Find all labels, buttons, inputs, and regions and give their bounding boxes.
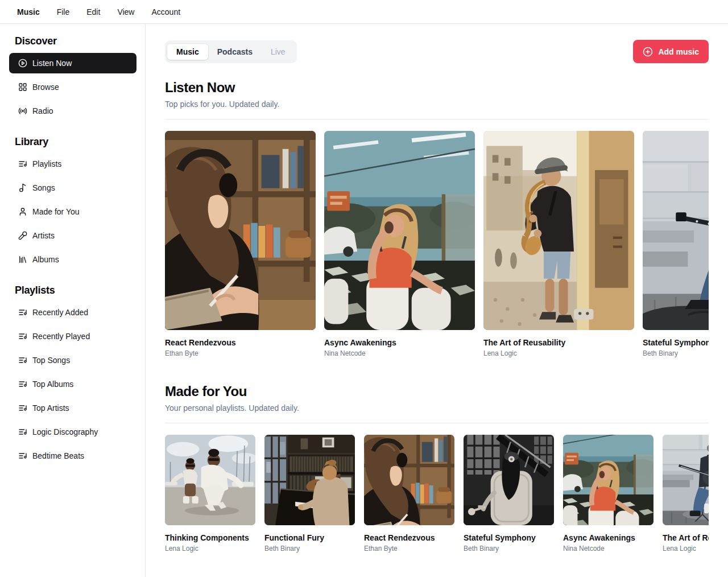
mic-icon xyxy=(18,231,27,240)
album-art xyxy=(483,131,634,330)
sidebar-item-label: Made for You xyxy=(32,207,80,216)
user-icon xyxy=(18,207,27,216)
section-title: Made for You xyxy=(165,383,709,400)
album-card-art-of-reusability[interactable]: The Art of Reusability Lena Logic xyxy=(483,131,634,358)
album-title: Async Awakenings xyxy=(324,337,475,348)
album-card-stateful-symphony[interactable]: Stateful Symphony Beth Binary xyxy=(643,131,709,358)
sidebar-item-bedtime-beats[interactable]: Bedtime Beats xyxy=(9,446,136,466)
menu-music[interactable]: Music xyxy=(10,5,47,19)
album-card-functional-fury[interactable]: Functional Fury Beth Binary xyxy=(264,435,355,553)
plus-circle-icon xyxy=(643,47,653,57)
list-music-icon xyxy=(18,332,27,341)
sidebar-item-label: Songs xyxy=(32,183,55,192)
sidebar-item-artists[interactable]: Artists xyxy=(9,225,136,246)
sidebar-item-label: Recently Played xyxy=(32,332,90,341)
sidebar-item-recently-added[interactable]: Recently Added xyxy=(9,302,136,323)
sidebar-item-label: Playlists xyxy=(32,159,61,168)
sidebar-item-browse[interactable]: Browse xyxy=(9,77,136,97)
grid-icon xyxy=(18,83,27,92)
sidebar-item-top-albums[interactable]: Top Albums xyxy=(9,374,136,394)
sidebar-section-title: Discover xyxy=(15,35,136,47)
album-art xyxy=(563,435,653,525)
list-music-icon xyxy=(18,380,27,389)
sidebar-item-top-songs[interactable]: Top Songs xyxy=(9,350,136,370)
sidebar-section-title: Library xyxy=(15,136,136,148)
list-music-icon xyxy=(18,427,27,436)
sidebar-item-top-artists[interactable]: Top Artists xyxy=(9,398,136,418)
album-artist: Beth Binary xyxy=(643,349,709,358)
add-music-label: Add music xyxy=(658,47,699,56)
made-for-you-section-header: Made for You Your personal playlists. Up… xyxy=(165,383,709,414)
sidebar-item-albums[interactable]: Albums xyxy=(9,249,136,270)
menu-view[interactable]: View xyxy=(110,5,141,19)
sidebar-item-made-for-you[interactable]: Made for You xyxy=(9,201,136,222)
sidebar-item-label: Artists xyxy=(32,231,55,240)
topbar: Music Podcasts Live Add music xyxy=(165,40,709,63)
separator xyxy=(165,423,709,423)
sidebar-item-label: Top Artists xyxy=(32,403,69,413)
music-note-icon xyxy=(18,183,27,192)
menu-account[interactable]: Account xyxy=(144,5,187,19)
sidebar: Discover Listen Now Browse Radio Library xyxy=(0,24,146,577)
album-artist: Nina Netcode xyxy=(324,349,475,358)
album-art xyxy=(364,435,454,525)
section-title: Listen Now xyxy=(165,79,709,96)
album-artist: Ethan Byte xyxy=(364,545,454,553)
album-title: React Rendezvous xyxy=(165,337,316,348)
tab-podcasts[interactable]: Podcasts xyxy=(208,44,262,60)
sidebar-item-playlists[interactable]: Playlists xyxy=(9,154,136,174)
media-type-tabs: Music Podcasts Live xyxy=(165,40,297,63)
album-card-react-rendezvous[interactable]: React Rendezvous Ethan Byte xyxy=(165,131,316,358)
list-music-icon xyxy=(18,159,27,168)
album-title: Functional Fury xyxy=(264,533,355,543)
album-art xyxy=(643,131,709,330)
list-music-icon xyxy=(18,451,27,460)
sidebar-item-radio[interactable]: Radio xyxy=(9,101,136,121)
album-artist: Beth Binary xyxy=(464,545,554,553)
sidebar-section-playlists: Playlists Recently Added Recently Played… xyxy=(9,285,136,466)
section-subtitle: Your personal playlists. Updated daily. xyxy=(165,402,709,414)
album-artist: Beth Binary xyxy=(264,545,355,553)
sidebar-item-label: Radio xyxy=(32,106,53,116)
album-card-async-awakenings-2[interactable]: Async Awakenings Nina Netcode xyxy=(563,435,653,553)
album-card-react-rendezvous-2[interactable]: React Rendezvous Ethan Byte xyxy=(364,435,454,553)
add-music-button[interactable]: Add music xyxy=(633,40,709,63)
album-card-thinking-components[interactable]: Thinking Components Lena Logic xyxy=(165,435,255,553)
album-art xyxy=(165,131,316,330)
radio-icon xyxy=(18,106,27,116)
album-card-art-of-reusability-2[interactable]: The Art of Reusability Lena Logic xyxy=(663,435,709,553)
sidebar-item-label: Browse xyxy=(32,83,59,92)
album-artist: Lena Logic xyxy=(483,349,634,358)
sidebar-section-discover: Discover Listen Now Browse Radio xyxy=(9,35,136,121)
sidebar-item-songs[interactable]: Songs xyxy=(9,178,136,198)
sidebar-section-library: Library Playlists Songs Made for You Art… xyxy=(9,136,136,270)
tab-music[interactable]: Music xyxy=(167,44,208,60)
album-art xyxy=(464,435,554,525)
album-title: Async Awakenings xyxy=(563,533,653,543)
album-card-async-awakenings[interactable]: Async Awakenings Nina Netcode xyxy=(324,131,475,358)
sidebar-item-label: Bedtime Beats xyxy=(32,451,84,460)
album-artist: Lena Logic xyxy=(663,545,709,553)
library-icon xyxy=(18,255,27,264)
menu-file[interactable]: File xyxy=(50,5,77,19)
sidebar-item-listen-now[interactable]: Listen Now xyxy=(9,53,136,73)
album-artist: Lena Logic xyxy=(165,545,255,553)
album-art xyxy=(165,435,255,525)
listen-now-row: React Rendezvous Ethan Byte Async Awaken… xyxy=(165,131,709,358)
menu-edit[interactable]: Edit xyxy=(80,5,107,19)
album-title: The Art of Reusability xyxy=(483,337,634,348)
album-art xyxy=(324,131,475,330)
album-artist: Ethan Byte xyxy=(165,349,316,358)
album-title: Stateful Symphony xyxy=(643,337,709,348)
sidebar-item-logic-discography[interactable]: Logic Discography xyxy=(9,422,136,442)
list-music-icon xyxy=(18,308,27,317)
album-title: Thinking Components xyxy=(165,533,255,543)
album-card-stateful-symphony-2[interactable]: Stateful Symphony Beth Binary xyxy=(464,435,554,553)
play-circle-icon xyxy=(18,59,27,68)
album-title: Stateful Symphony xyxy=(464,533,554,543)
tab-live[interactable]: Live xyxy=(262,44,295,60)
menubar: Music File Edit View Account xyxy=(0,0,728,24)
music-app-window: Music File Edit View Account Discover Li… xyxy=(0,0,728,577)
sidebar-item-recently-played[interactable]: Recently Played xyxy=(9,326,136,347)
app-body: Discover Listen Now Browse Radio Library xyxy=(0,24,728,577)
